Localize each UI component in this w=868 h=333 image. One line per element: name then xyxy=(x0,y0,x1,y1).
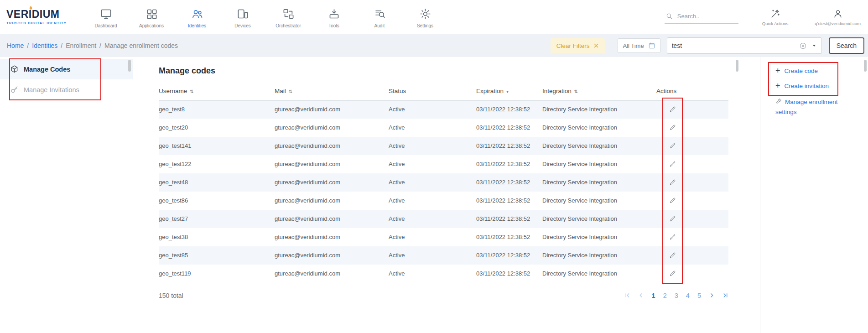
rightpanel-scrollbar-thumb[interactable] xyxy=(864,60,867,72)
breadcrumb-item-manage-enrollment-codes: Manage enrollment codes xyxy=(104,42,178,49)
edit-button[interactable] xyxy=(668,269,677,278)
cell-status: Active xyxy=(389,155,476,173)
magic-wand-icon xyxy=(770,9,780,19)
cube-icon xyxy=(10,65,19,73)
first-page-button[interactable] xyxy=(624,292,630,298)
edit-button[interactable] xyxy=(668,250,677,260)
column-header-integration[interactable]: Integration⇅ xyxy=(542,83,656,100)
edit-button[interactable] xyxy=(668,123,677,132)
breadcrumb-bar: Home/Identities/Enrollment/Manage enroll… xyxy=(0,34,868,57)
sidebar-item-manage-invitations[interactable]: Manage Invitations xyxy=(0,79,133,100)
breadcrumb-separator: / xyxy=(27,42,29,49)
manage-settings-label: Manage enrollment settings xyxy=(775,99,838,115)
table-row: geo_test20gtureac@veridiumid.comActive03… xyxy=(159,119,728,137)
cell-mail: gtureac@veridiumid.com xyxy=(275,192,389,210)
clear-input-icon[interactable] xyxy=(799,42,807,50)
cell-actions xyxy=(656,192,728,210)
time-filter-button[interactable]: All Time xyxy=(618,38,660,53)
filter-controls: Clear Filters All Time Search xyxy=(551,37,864,54)
last-page-button[interactable] xyxy=(722,292,728,298)
page-button-1[interactable]: 1 xyxy=(652,292,655,299)
cell-expiration: 03/11/2022 12:38:52 xyxy=(476,210,542,228)
cell-actions xyxy=(656,228,728,246)
breadcrumb-item-identities[interactable]: Identities xyxy=(32,42,57,49)
cell-actions xyxy=(656,265,728,283)
cell-expiration: 03/11/2022 12:38:52 xyxy=(476,265,542,283)
table-search-field[interactable] xyxy=(667,37,822,54)
page-button-5[interactable]: 5 xyxy=(697,292,701,299)
brand-logo[interactable]: VERIDIUM TRUSTED DIGITAL IDENTITY xyxy=(6,9,76,25)
column-header-expiration[interactable]: Expiration▾ xyxy=(476,83,542,100)
cell-expiration: 03/11/2022 12:38:52 xyxy=(476,173,542,192)
cell-username: geo_test8 xyxy=(159,100,275,119)
cell-actions xyxy=(656,137,728,155)
create-code-button[interactable]: + Create code xyxy=(775,67,868,75)
sidebar-item-manage-codes[interactable]: Manage Codes xyxy=(0,59,133,79)
cell-status: Active xyxy=(389,265,476,283)
column-header-actions: Actions xyxy=(656,83,728,100)
nav-item-audit[interactable]: Audit xyxy=(357,6,402,28)
page-button-4[interactable]: 4 xyxy=(686,292,690,299)
page-button-2[interactable]: 2 xyxy=(663,292,667,299)
edit-button[interactable] xyxy=(668,214,677,223)
global-search-input[interactable] xyxy=(677,13,732,20)
nav-item-identities[interactable]: Identities xyxy=(174,6,220,28)
edit-button[interactable] xyxy=(668,196,677,205)
sidebar-item-label: Manage Invitations xyxy=(24,86,79,94)
cell-username: geo_test86 xyxy=(159,192,275,210)
calendar-icon xyxy=(648,42,655,49)
cell-username: geo_test119 xyxy=(159,265,275,283)
nav-item-applications[interactable]: Applications xyxy=(129,6,174,28)
codes-table: Username⇅Mail⇅StatusExpiration▾Integrati… xyxy=(159,83,728,283)
nav-item-label: Identities xyxy=(188,23,206,28)
previous-page-button[interactable] xyxy=(638,292,644,298)
nav-item-devices[interactable]: Devices xyxy=(220,6,265,28)
table-row: geo_test8gtureac@veridiumid.comActive03/… xyxy=(159,100,728,119)
next-page-button[interactable] xyxy=(709,292,715,298)
breadcrumb-separator: / xyxy=(99,42,101,49)
cell-status: Active xyxy=(389,137,476,155)
create-invitation-button[interactable]: + Create invitation xyxy=(775,82,868,90)
user-email: q'ctest@veridiumid.com xyxy=(815,21,861,26)
cell-username: geo_test85 xyxy=(159,246,275,265)
cell-status: Active xyxy=(389,228,476,246)
edit-button[interactable] xyxy=(668,177,677,187)
dashboard-icon xyxy=(100,8,112,20)
table-search-input[interactable] xyxy=(672,42,799,49)
main-panel: Manage codes Username⇅Mail⇅StatusExpirat… xyxy=(133,57,760,333)
table-footer: 150 total 12345 xyxy=(159,292,728,299)
edit-button[interactable] xyxy=(668,141,677,150)
nav-item-orchestrator[interactable]: Orchestrator xyxy=(265,6,311,28)
breadcrumb-item-home[interactable]: Home xyxy=(7,42,24,49)
wrench-icon xyxy=(775,99,782,108)
nav-item-tools[interactable]: Tools xyxy=(311,6,357,28)
edit-button[interactable] xyxy=(668,104,677,114)
tools-icon xyxy=(328,8,340,20)
global-search[interactable] xyxy=(665,11,738,24)
chevron-down-icon[interactable] xyxy=(807,43,817,48)
plus-icon: + xyxy=(775,82,780,90)
devices-icon xyxy=(237,8,249,20)
clear-filters-button[interactable]: Clear Filters xyxy=(551,38,605,53)
content-area: Manage CodesManage Invitations Manage co… xyxy=(0,57,868,333)
audit-icon xyxy=(374,8,386,20)
nav-item-settings[interactable]: Settings xyxy=(402,6,448,28)
manage-enrollment-settings-link[interactable]: Manage enrollment settings xyxy=(775,98,854,116)
column-header-status: Status xyxy=(389,83,476,100)
column-header-mail[interactable]: Mail⇅ xyxy=(275,83,389,100)
edit-button[interactable] xyxy=(668,159,677,168)
cell-expiration: 03/11/2022 12:38:52 xyxy=(476,228,542,246)
user-menu[interactable]: q'ctest@veridiumid.com xyxy=(815,9,861,26)
page-button-3[interactable]: 3 xyxy=(675,292,678,299)
sort-icon: ⇅ xyxy=(574,89,578,94)
cell-expiration: 03/11/2022 12:38:52 xyxy=(476,155,542,173)
quick-actions-button[interactable]: Quick Actions xyxy=(762,9,789,26)
main-scrollbar-thumb[interactable] xyxy=(736,60,738,72)
sidebar-scrollbar-thumb[interactable] xyxy=(128,60,131,72)
nav-item-dashboard[interactable]: Dashboard xyxy=(83,6,129,28)
nav-item-label: Audit xyxy=(374,23,385,28)
edit-button[interactable] xyxy=(668,232,677,241)
search-button[interactable]: Search xyxy=(829,37,864,54)
total-count: 150 total xyxy=(159,292,183,299)
column-header-username[interactable]: Username⇅ xyxy=(159,83,275,100)
